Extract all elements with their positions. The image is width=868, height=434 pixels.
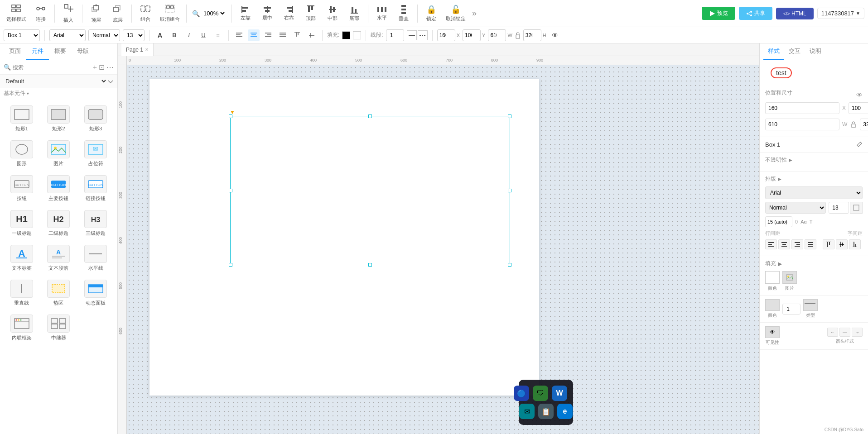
stroke-width-input[interactable] bbox=[386, 29, 404, 41]
component-button[interactable]: BUTTON 按钮 bbox=[4, 172, 40, 205]
zoom-control[interactable]: 🔍 100% 75% 50% 150% bbox=[190, 10, 228, 17]
pos-w-input[interactable] bbox=[765, 119, 839, 130]
arrow-none-button[interactable]: → bbox=[852, 328, 863, 337]
text-align-center-btn[interactable] bbox=[778, 239, 790, 249]
align-bottom-tool[interactable]: 底部 bbox=[344, 3, 364, 24]
close-tab-icon[interactable]: ✕ bbox=[145, 47, 149, 52]
component-circle[interactable]: 圆形 bbox=[4, 137, 40, 171]
x-coord-input[interactable]: 160 bbox=[437, 29, 455, 41]
bold-button[interactable]: B bbox=[169, 29, 180, 41]
align-right-tool[interactable]: 右靠 bbox=[279, 4, 299, 23]
lock-tool[interactable]: 🔒 锁定 bbox=[421, 3, 441, 24]
right-font-family-select[interactable]: Arial bbox=[765, 186, 863, 199]
align-top-tool[interactable]: 顶部 bbox=[301, 3, 321, 24]
align-middle-tool[interactable]: 中部 bbox=[323, 3, 342, 24]
group-tool[interactable]: 组合 bbox=[135, 3, 155, 24]
taskbar-edge[interactable]: e bbox=[557, 404, 573, 419]
pos-h-input[interactable] bbox=[860, 119, 868, 130]
stroke-type-button[interactable] bbox=[803, 299, 818, 311]
component-vline[interactable]: 垂直线 bbox=[4, 276, 40, 310]
zoom-select[interactable]: 100% 75% 50% 150% bbox=[202, 10, 226, 17]
stroke-style-btn-1[interactable] bbox=[407, 30, 417, 40]
arrow-start-button[interactable]: ← bbox=[827, 328, 838, 337]
arrow-end-button[interactable]: — bbox=[839, 328, 850, 337]
font-color-button[interactable]: A bbox=[154, 29, 166, 41]
text-style-btn[interactable] bbox=[850, 202, 863, 214]
text-valign-top-btn[interactable] bbox=[823, 239, 834, 249]
handle-bottom-right[interactable] bbox=[508, 263, 511, 267]
align-left-tool[interactable]: 左靠 bbox=[236, 4, 256, 23]
text-align-left-btn[interactable] bbox=[765, 239, 777, 249]
w-coord-input[interactable]: 610 bbox=[488, 29, 506, 41]
h-coord-input[interactable]: 320 bbox=[523, 29, 541, 41]
category-select[interactable]: Default bbox=[4, 77, 107, 85]
valign-middle-button[interactable] bbox=[306, 29, 318, 41]
handle-bottom-center[interactable] bbox=[368, 263, 372, 267]
align-center-text-button[interactable] bbox=[248, 29, 260, 41]
pos-x-input[interactable] bbox=[765, 102, 839, 114]
edit-name-button[interactable] bbox=[856, 141, 863, 148]
pos-y-input[interactable] bbox=[849, 102, 868, 114]
visibility-toggle-button[interactable]: 👁 bbox=[549, 29, 561, 41]
insert-tool[interactable]: 插入 bbox=[58, 2, 78, 25]
html-button[interactable]: </> HTML bbox=[776, 8, 814, 19]
top-layer-tool[interactable]: 顶层 bbox=[86, 2, 106, 25]
component-hline[interactable]: 水平线 bbox=[77, 241, 114, 275]
right-font-style-select[interactable]: Normal bbox=[765, 202, 826, 214]
component-hotspot[interactable]: 热区 bbox=[41, 276, 77, 310]
component-text-label[interactable]: A 文本标签 bbox=[4, 241, 40, 275]
taskbar-copy[interactable]: 📋 bbox=[538, 404, 554, 419]
component-dynamic-panel[interactable]: 动态面板 bbox=[77, 276, 114, 310]
stroke-width-right-input[interactable] bbox=[782, 304, 800, 315]
visible-button[interactable]: 👁 bbox=[765, 326, 780, 338]
connect-tool[interactable]: 连接 bbox=[31, 3, 51, 24]
more-tools-button[interactable]: » bbox=[470, 7, 478, 20]
handle-top-right[interactable] bbox=[508, 114, 511, 118]
component-text-para[interactable]: A 文本段落 bbox=[41, 241, 77, 275]
handle-middle-right[interactable] bbox=[508, 189, 511, 192]
component-h3[interactable]: H3 三级标题 bbox=[77, 206, 114, 240]
fill-color-swatch[interactable] bbox=[342, 31, 350, 39]
user-info[interactable]: 1147330817 ▼ bbox=[817, 8, 864, 19]
preview-button[interactable]: 预览 bbox=[702, 7, 735, 20]
handle-top-left[interactable] bbox=[229, 114, 232, 118]
font-size-select[interactable]: 13 bbox=[123, 29, 145, 41]
fill-image-button[interactable] bbox=[782, 271, 797, 284]
component-rect3[interactable]: 矩形3 bbox=[77, 102, 114, 136]
component-h1[interactable]: H1 一级标题 bbox=[4, 206, 40, 240]
text-size-icon-btn[interactable]: Aα bbox=[800, 219, 807, 224]
component-h2[interactable]: H2 二级标题 bbox=[41, 206, 77, 240]
tab-element[interactable]: 元件 bbox=[26, 43, 49, 60]
component-iframe[interactable]: 内联框架 bbox=[4, 311, 40, 345]
line-spacing-input[interactable] bbox=[765, 216, 792, 227]
align-center-h-tool[interactable]: 居中 bbox=[257, 4, 277, 23]
copy-component-button[interactable]: ⊡ bbox=[99, 63, 105, 72]
taskbar-chat[interactable]: ✉ bbox=[519, 404, 535, 419]
y-coord-input[interactable]: 100 bbox=[463, 29, 481, 41]
distribute-h-tool[interactable]: 水平 bbox=[372, 4, 392, 23]
distribute-v-tool[interactable]: 垂直 bbox=[394, 3, 414, 24]
selection-box[interactable]: ▼ bbox=[230, 116, 510, 265]
text-case-icon-btn[interactable]: T bbox=[810, 219, 813, 224]
unlock-tool[interactable]: 🔓 取消锁定 bbox=[443, 3, 468, 24]
search-input[interactable] bbox=[13, 64, 91, 71]
tab-interact[interactable]: 交互 bbox=[784, 43, 805, 60]
component-image[interactable]: 图片 bbox=[41, 137, 77, 171]
select-mode-tool[interactable]: 选择模式 bbox=[4, 3, 29, 24]
tab-style[interactable]: 样式 bbox=[763, 43, 784, 60]
text-align-justify-btn[interactable] bbox=[805, 239, 816, 249]
ungroup-tool[interactable]: 取消组合 bbox=[157, 3, 183, 24]
bottom-layer-tool[interactable]: 底层 bbox=[108, 2, 128, 25]
font-family-select[interactable]: Arial bbox=[49, 29, 86, 41]
text-valign-middle-btn[interactable] bbox=[836, 239, 848, 249]
visibility-eye-button[interactable]: 👁 bbox=[856, 91, 863, 99]
handle-top-center[interactable] bbox=[368, 114, 372, 118]
right-font-size-input[interactable] bbox=[829, 202, 849, 214]
more-component-button[interactable]: ⋯ bbox=[106, 63, 114, 72]
align-left-text-button[interactable] bbox=[233, 29, 245, 41]
component-relay[interactable]: 中继器 bbox=[41, 311, 77, 345]
taskbar-shield[interactable]: 🛡 bbox=[533, 386, 548, 401]
element-name-select[interactable]: Box 1 bbox=[4, 29, 40, 41]
align-right-text-button[interactable] bbox=[262, 29, 274, 41]
text-align-right-btn[interactable] bbox=[791, 239, 803, 249]
